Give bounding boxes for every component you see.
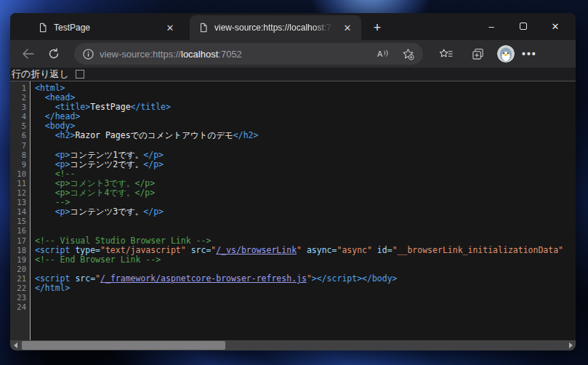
line-number: 14 [10,207,26,217]
new-tab-button[interactable]: + [367,17,387,38]
tab-bar: TestPage ✕ view-source:https://localhost… [10,13,576,40]
code-line: <title>TestPage</title> [35,103,576,112]
code-segment: "text/javascript" [100,245,186,255]
code-line: </head> [35,112,576,121]
tab-title: view-source:https://localhost:705 [214,23,335,33]
code-segment: --> [35,197,70,207]
code-lines: <html> <head> <title>TestPage</title> </… [31,81,576,340]
code-line [35,217,576,226]
code-segment: <title> [35,102,90,112]
back-button[interactable] [16,43,39,65]
close-button[interactable]: ✕ [539,16,571,36]
line-number: 8 [10,151,26,160]
code-segment: TestPage [90,102,130,112]
settings-more-icon[interactable]: ••• [522,48,537,60]
code-segment: <body> [35,121,75,131]
line-number: 7 [10,141,26,151]
read-aloud-icon[interactable]: A [374,44,392,63]
screen: TestPage ✕ view-source:https://localhost… [0,0,588,365]
toolbar-actions: ••• [433,43,537,65]
line-number: 21 [10,274,26,284]
code-segment: </head> [35,111,80,121]
code-segment: </html> [35,283,70,293]
line-number: 10 [10,169,26,179]
add-favorite-icon[interactable] [398,44,417,63]
code-segment: src= [186,245,212,255]
line-number: 5 [10,121,26,131]
code-line: </html> [35,284,576,293]
line-number: 6 [10,131,26,140]
code-segment: "__browserLink_initializationData" [392,245,563,255]
code-segment: <p>コメント3です。</p> [35,178,155,188]
code-segment: async= [302,245,337,255]
minimize-button[interactable]: – [475,16,507,36]
line-number: 1 [10,84,26,93]
tab-close-icon[interactable]: ✕ [164,21,177,34]
line-number: 24 [10,302,26,312]
code-segment: </h2> [233,130,259,140]
code-segment: コンテンツ1です。 [70,150,143,160]
horizontal-scrollbar[interactable] [10,340,576,350]
line-number: 16 [10,226,26,236]
scrollbar-thumb[interactable] [22,341,225,350]
scroll-left-icon[interactable] [10,340,20,350]
tab-view-source[interactable]: view-source:https://localhost:705 ✕ [190,15,361,40]
code-segment: </title> [131,102,171,112]
code-line: <p>コンテンツ2です。</p> [35,160,576,169]
line-number: 2 [10,93,26,103]
profile-avatar[interactable] [497,45,515,63]
code-segment: id= [372,245,392,255]
line-number: 17 [10,236,26,246]
line-wrap-checkbox[interactable] [76,70,84,79]
line-number: 3 [10,103,26,112]
code-segment: <!-- Visual Studio Browser Link --> [35,236,211,246]
code-segment: " [307,273,312,284]
code-line: <script src="/_framework/aspnetcore-brow… [35,274,576,284]
browser-window: TestPage ✕ view-source:https://localhost… [10,13,576,350]
line-number: 22 [10,284,26,293]
code-segment: ></script></body> [312,273,398,284]
code-segment: <script [35,245,70,255]
collections-icon[interactable] [465,43,490,65]
source-link[interactable]: /_framework/aspnetcore-browser-refresh.j… [100,273,307,284]
tab-title: TestPage [54,23,158,33]
code-line [35,293,576,302]
code-segment: <script [35,273,70,284]
line-wrap-label: 行の折り返し [12,68,69,81]
url-text: view-source:https://localhost:7052 [100,49,368,60]
code-segment: " [95,273,100,284]
address-bar[interactable]: view-source:https://localhost:7052 A [74,43,423,65]
page-icon [38,23,48,33]
code-segment: コンテンツ3です。 [70,206,143,217]
code-line: <html> [35,84,576,93]
line-number: 13 [10,198,26,207]
code-line: <p>コンテンツ3です。</p> [35,207,576,217]
url-port: :7052 [218,49,242,60]
code-segment: " [297,245,302,255]
navigation-toolbar: view-source:https://localhost:7052 A [10,40,576,68]
tab-testpage[interactable]: TestPage ✕ [29,15,184,40]
site-info-icon[interactable] [83,49,94,60]
code-segment: <!-- End Browser Link --> [35,254,161,265]
maximize-icon [520,23,527,30]
line-number: 19 [10,255,26,265]
line-number: 15 [10,217,26,226]
line-wrap-bar: 行の折り返し [10,68,576,81]
refresh-button[interactable] [42,43,65,65]
code-segment: <p> [35,150,70,160]
maximize-button[interactable] [507,16,539,36]
line-number: 11 [10,179,26,188]
code-segment: <html> [35,83,65,93]
code-segment: <h2> [35,130,75,140]
line-number: 18 [10,246,26,255]
page-icon [198,23,209,33]
favorites-hub-icon[interactable] [433,43,458,65]
code-segment: </p> [143,159,164,169]
line-number: 23 [10,293,26,302]
code-line: <!-- End Browser Link --> [35,255,576,265]
svg-text:A: A [377,50,383,59]
source-link[interactable]: /_vs/browserLink [216,245,297,255]
tab-close-icon[interactable]: ✕ [341,21,354,34]
source-viewer: 123456789101112131415161718192021222324 … [10,81,576,340]
code-line: <h2>Razor Pagesでのコメントアウトのデモ</h2> [35,131,576,140]
